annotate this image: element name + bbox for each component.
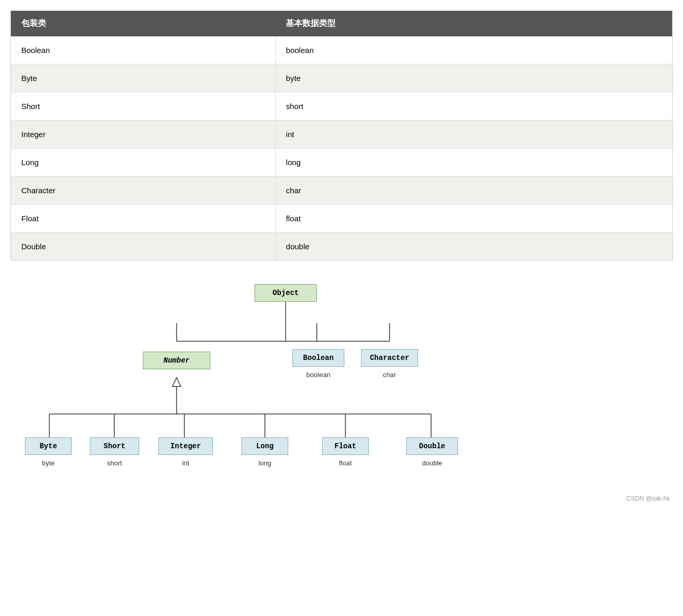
primitive-cell: long — [275, 149, 672, 177]
wrapper-cell: Double — [11, 233, 276, 261]
table-row: Characterchar — [11, 177, 673, 205]
boolean-class-node: Boolean — [292, 349, 344, 367]
integer-class-node: Integer — [158, 437, 213, 455]
object-node: Object — [255, 284, 317, 302]
wrapper-cell: Short — [11, 92, 276, 120]
wrapper-cell: Long — [11, 149, 276, 177]
wrapper-table: 包装类 基本数据类型 BooleanbooleanBytebyteShortsh… — [10, 10, 673, 261]
character-class-node: Character — [361, 349, 418, 367]
diagram-svg — [10, 282, 673, 505]
primitive-cell: char — [275, 177, 672, 205]
svg-marker-8 — [172, 378, 181, 386]
primitive-cell: int — [275, 120, 672, 149]
double-label: double — [406, 459, 458, 467]
table-row: Bytebyte — [11, 64, 673, 92]
primitive-cell: byte — [275, 64, 672, 92]
wrapper-cell: Character — [11, 177, 276, 205]
table-row: Longlong — [11, 149, 673, 177]
byte-class-node: Byte — [25, 437, 72, 455]
short-class-node: Short — [90, 437, 139, 455]
table-row: Doubledouble — [11, 233, 673, 261]
float-class-node: Float — [322, 437, 369, 455]
character-label: char — [361, 371, 418, 379]
uml-diagram: Object Number Boolean boolean Character … — [10, 282, 673, 505]
integer-label: int — [158, 459, 213, 467]
col-header-primitive: 基本数据类型 — [275, 11, 672, 37]
wrapper-cell: Boolean — [11, 36, 276, 64]
primitive-cell: short — [275, 92, 672, 120]
boolean-label: boolean — [292, 371, 344, 379]
wrapper-cell: Byte — [11, 64, 276, 92]
short-label: short — [90, 459, 139, 467]
col-header-wrapper: 包装类 — [11, 11, 276, 37]
float-label: float — [322, 459, 369, 467]
wrapper-cell: Integer — [11, 120, 276, 149]
number-node: Number — [143, 352, 210, 369]
primitive-cell: boolean — [275, 36, 672, 64]
table-row: Floatfloat — [11, 205, 673, 233]
byte-label: byte — [25, 459, 72, 467]
primitive-cell: double — [275, 233, 672, 261]
table-row: Shortshort — [11, 92, 673, 120]
long-label: long — [242, 459, 288, 467]
table-row: Booleanboolean — [11, 36, 673, 64]
long-class-node: Long — [242, 437, 288, 455]
primitive-cell: float — [275, 205, 672, 233]
wrapper-cell: Float — [11, 205, 276, 233]
table-row: Integerint — [11, 120, 673, 149]
double-class-node: Double — [406, 437, 458, 455]
watermark: CSDN @ioik-hk — [626, 495, 670, 502]
